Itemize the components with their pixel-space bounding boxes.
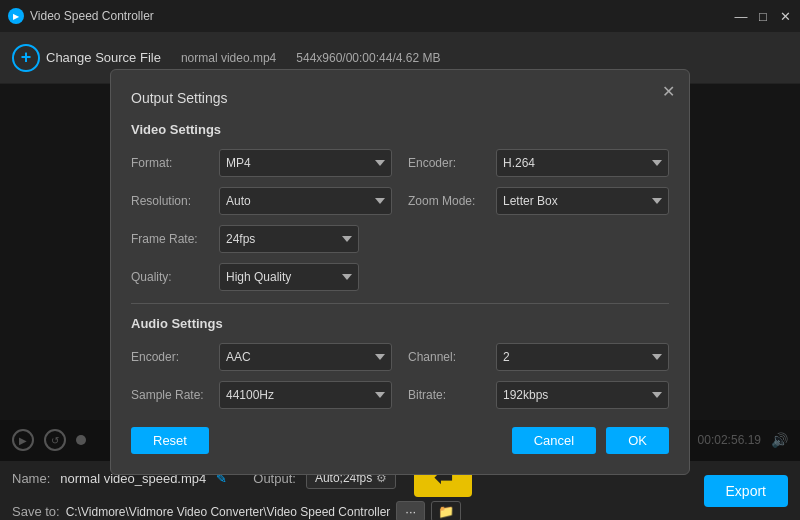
browse-button[interactable]: ··· [396,501,425,520]
main-area: ✕ Output Settings Video Settings Format:… [0,84,800,460]
frame-rate-group: Frame Rate: 24fps [131,225,392,253]
sample-rate-group: Sample Rate: 44100Hz [131,381,392,409]
dialog-action-buttons: Cancel OK [512,427,669,454]
bitrate-label: Bitrate: [408,388,488,402]
zoom-mode-group: Zoom Mode: Letter Box [408,187,669,215]
section-divider [131,303,669,304]
frame-rate-row: Frame Rate: 24fps [131,225,669,253]
audio-encoder-select[interactable]: AAC [219,343,392,371]
bitrate-select[interactable]: 192kbps [496,381,669,409]
dialog-title: Output Settings [131,90,669,106]
audio-encoder-channel-row: Encoder: AAC Channel: 2 [131,343,669,371]
save-path: C:\Vidmore\Vidmore Video Converter\Video… [66,505,391,519]
audio-encoder-group: Encoder: AAC [131,343,392,371]
frame-rate-label: Frame Rate: [131,232,211,246]
title-bar-left: ▶ Video Speed Controller [8,8,154,24]
output-settings-dialog: ✕ Output Settings Video Settings Format:… [110,69,690,475]
maximize-button[interactable]: □ [756,9,770,23]
resolution-zoom-row: Resolution: Auto Zoom Mode: Letter Box [131,187,669,215]
resolution-label: Resolution: [131,194,211,208]
format-group: Format: MP4 [131,149,392,177]
change-source-button[interactable]: + Change Source File [12,44,161,72]
title-bar: ▶ Video Speed Controller — □ ✕ [0,0,800,32]
zoom-mode-label: Zoom Mode: [408,194,488,208]
bottom-row2: Save to: C:\Vidmore\Vidmore Video Conver… [12,501,688,520]
minimize-button[interactable]: — [734,9,748,23]
sample-rate-label: Sample Rate: [131,388,211,402]
resolution-group: Resolution: Auto [131,187,392,215]
window-controls: — □ ✕ [734,9,792,23]
svg-text:▶: ▶ [13,12,20,21]
dialog-footer: Reset Cancel OK [131,427,669,454]
audio-section-title: Audio Settings [131,316,669,331]
frame-rate-select[interactable]: 24fps [219,225,359,253]
zoom-mode-select[interactable]: Letter Box [496,187,669,215]
quality-row: Quality: High Quality [131,263,669,291]
resolution-select[interactable]: Auto [219,187,392,215]
close-button[interactable]: ✕ [778,9,792,23]
encoder-label: Encoder: [408,156,488,170]
save-to-label: Save to: [12,504,60,519]
bitrate-group: Bitrate: 192kbps [408,381,669,409]
video-section-title: Video Settings [131,122,669,137]
encoder-select[interactable]: H.264 [496,149,669,177]
sample-bitrate-row: Sample Rate: 44100Hz Bitrate: 192kbps [131,381,669,409]
name-label: Name: [12,471,50,486]
change-source-label: Change Source File [46,50,161,65]
cancel-button[interactable]: Cancel [512,427,596,454]
encoder-group: Encoder: H.264 [408,149,669,177]
sample-rate-select[interactable]: 44100Hz [219,381,392,409]
quality-label: Quality: [131,270,211,284]
dialog-close-button[interactable]: ✕ [662,82,675,101]
app-title: Video Speed Controller [30,9,154,23]
audio-encoder-label: Encoder: [131,350,211,364]
file-name: normal video.mp4 [181,51,276,65]
reset-button[interactable]: Reset [131,427,209,454]
file-meta: 544x960/00:00:44/4.62 MB [296,51,440,65]
channel-group: Channel: 2 [408,343,669,371]
channel-select[interactable]: 2 [496,343,669,371]
modal-overlay: ✕ Output Settings Video Settings Format:… [0,84,800,460]
format-label: Format: [131,156,211,170]
export-button[interactable]: Export [704,475,788,507]
quality-group: Quality: High Quality [131,263,392,291]
add-icon: + [12,44,40,72]
ok-button[interactable]: OK [606,427,669,454]
app-icon: ▶ [8,8,24,24]
format-select[interactable]: MP4 [219,149,392,177]
format-encoder-row: Format: MP4 Encoder: H.264 [131,149,669,177]
quality-select[interactable]: High Quality [219,263,359,291]
channel-label: Channel: [408,350,488,364]
open-folder-button[interactable]: 📁 [431,501,461,520]
